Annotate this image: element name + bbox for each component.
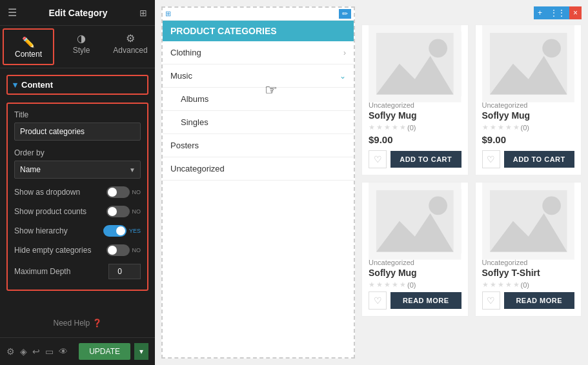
show-product-counts-text: NO <box>132 208 141 215</box>
title-input[interactable] <box>14 123 141 141</box>
svg-point-15 <box>542 197 561 215</box>
advanced-tab-icon: ⚙ <box>109 32 152 44</box>
chevron-music: ⌄ <box>340 72 346 81</box>
category-panel: ⊞ ✏ PRODUCT CATEGORIES Clothing › Music … <box>161 6 355 359</box>
product-price-2: $9.00 <box>482 134 575 145</box>
star-rating-3: ★ ★ ★ ★ ★ (0) <box>369 281 461 289</box>
content-tab-icon: ✏️ <box>7 36 50 48</box>
show-product-counts-toggle[interactable]: NO <box>106 206 141 217</box>
read-more-btn-3[interactable]: READ MORE <box>390 292 461 309</box>
star-rating-1: ★ ★ ★ ★ ★ (0) <box>369 123 461 132</box>
hamburger-icon[interactable]: ☰ <box>8 6 17 19</box>
show-dropdown-toggle[interactable]: NO <box>106 186 141 198</box>
add-to-cart-btn-1[interactable]: ADD TO CART <box>390 151 461 168</box>
panel-title: Edit Category <box>48 8 107 18</box>
eye-icon[interactable]: 👁 <box>59 346 68 357</box>
settings-icon[interactable]: ⚙ <box>6 346 15 357</box>
section-label: Content <box>21 80 53 90</box>
update-button[interactable]: UPDATE <box>79 343 130 360</box>
show-hierarchy-toggle[interactable]: YES <box>103 225 141 237</box>
wishlist-btn-1[interactable]: ♡ <box>369 150 387 168</box>
svg-point-7 <box>542 39 561 58</box>
product-card-3: Uncategorized Soflyy Mug ★ ★ ★ ★ ★ (0) ♡… <box>361 182 469 317</box>
svg-point-11 <box>429 197 447 215</box>
tab-content[interactable]: ✏️ Content <box>3 28 54 65</box>
add-to-cart-btn-2[interactable]: ADD TO CART <box>504 151 575 168</box>
max-depth-row: Maximum Depth <box>14 264 141 279</box>
header-left-icons: ☰ <box>8 6 17 19</box>
show-hierarchy-text: YES <box>129 228 141 234</box>
title-label: Title <box>14 110 141 119</box>
category-item-albums[interactable]: Albums <box>163 88 354 111</box>
chevron-clothing: › <box>343 48 346 57</box>
widget-toolbar: + ⋮⋮ × <box>534 6 582 19</box>
product-actions-2: ♡ ADD TO CART <box>482 150 575 168</box>
help-icon[interactable]: ❓ <box>92 319 102 328</box>
panel-footer: ⚙ ◈ ↩ ▭ 👁 UPDATE ▾ <box>0 337 155 365</box>
category-widget-title: PRODUCT CATEGORIES <box>163 21 354 41</box>
star-rating-4: ★ ★ ★ ★ ★ (0) <box>482 281 575 289</box>
image-placeholder-3 <box>369 182 461 260</box>
hide-empty-label: Hide empty categories <box>14 246 91 255</box>
wishlist-btn-2[interactable]: ♡ <box>482 150 500 168</box>
category-item-uncategorized[interactable]: Uncategorized <box>163 157 354 181</box>
layers-icon[interactable]: ◈ <box>20 346 27 357</box>
widget-move-btn[interactable]: ⋮⋮ <box>546 6 569 19</box>
product-price-1: $9.00 <box>369 134 461 145</box>
tabs-bar: ✏️ Content ◑ Style ⚙ Advanced <box>0 26 155 68</box>
show-dropdown-text: NO <box>132 189 141 195</box>
main-area: ⊞ ✏ PRODUCT CATEGORIES Clothing › Music … <box>155 0 588 365</box>
show-dropdown-row: Show as dropdown NO <box>14 186 141 198</box>
panel-header: ☰ Edit Category ⊞ <box>0 0 155 26</box>
product-category-3: Uncategorized <box>369 259 461 266</box>
show-product-counts-switch[interactable] <box>106 206 130 217</box>
hide-empty-switch[interactable] <box>106 244 130 256</box>
image-placeholder-4 <box>482 182 575 260</box>
read-more-btn-4[interactable]: READ MORE <box>504 292 575 309</box>
hide-empty-row: Hide empty categories NO <box>14 244 141 256</box>
category-item-clothing[interactable]: Clothing › <box>163 41 354 64</box>
show-product-counts-label: Show product counts <box>14 207 86 216</box>
category-item-posters[interactable]: Posters <box>163 134 354 157</box>
show-hierarchy-row: Show hierarchy YES <box>14 225 141 237</box>
category-item-singles[interactable]: Singles <box>163 111 354 134</box>
show-product-counts-row: Show product counts NO <box>14 206 141 217</box>
show-dropdown-switch[interactable] <box>106 186 130 198</box>
product-image-2 <box>482 32 575 96</box>
help-section: Need Help ❓ <box>0 309 155 337</box>
widget-delete-btn[interactable]: × <box>569 6 582 19</box>
product-image-4 <box>482 189 575 253</box>
device-icon[interactable]: ▭ <box>45 346 54 357</box>
section-header: ▾ Content <box>6 75 148 95</box>
product-grid: + ⋮⋮ × Uncategorized Soflyy Mug ★ ★ ★ <box>355 6 588 365</box>
product-category-2: Uncategorized <box>482 101 575 109</box>
widget-toolbar-row: + ⋮⋮ × <box>361 6 582 18</box>
update-arrow-button[interactable]: ▾ <box>134 343 148 360</box>
grid-icon[interactable]: ⊞ <box>139 8 147 18</box>
header-right-icons: ⊞ <box>139 8 147 18</box>
product-category-4: Uncategorized <box>482 259 575 266</box>
show-hierarchy-switch[interactable] <box>103 225 127 237</box>
image-placeholder-1 <box>369 25 461 103</box>
hide-empty-text: NO <box>132 247 141 253</box>
history-icon[interactable]: ↩ <box>32 346 40 357</box>
show-dropdown-label: Show as dropdown <box>14 188 80 197</box>
wishlist-btn-4[interactable]: ♡ <box>482 291 500 310</box>
product-name-3: Soflyy Mug <box>369 268 461 278</box>
order-by-field-group: Order by Name ID Slug Count <box>14 148 141 179</box>
wishlist-btn-3[interactable]: ♡ <box>369 291 387 310</box>
widget-add-btn[interactable]: + <box>534 6 546 19</box>
max-depth-label: Maximum Depth <box>14 267 70 276</box>
hide-empty-toggle[interactable]: NO <box>106 244 141 256</box>
product-actions-3: ♡ READ MORE <box>369 291 461 310</box>
category-item-music[interactable]: Music ⌄ <box>163 64 354 88</box>
product-card-1: Uncategorized Soflyy Mug ★ ★ ★ ★ ★ (0) $… <box>361 25 469 175</box>
max-depth-input[interactable] <box>108 264 141 279</box>
order-by-select[interactable]: Name ID Slug Count <box>14 161 141 179</box>
widget-drag-icon[interactable]: ⊞ <box>165 10 171 18</box>
tab-advanced[interactable]: ⚙ Advanced <box>106 26 155 68</box>
section-collapse-icon[interactable]: ▾ <box>13 80 17 90</box>
product-card-2: Uncategorized Soflyy Mug ★ ★ ★ ★ ★ (0) $… <box>475 25 582 175</box>
tab-style[interactable]: ◑ Style <box>57 26 106 68</box>
widget-edit-btn[interactable]: ✏ <box>339 9 351 19</box>
